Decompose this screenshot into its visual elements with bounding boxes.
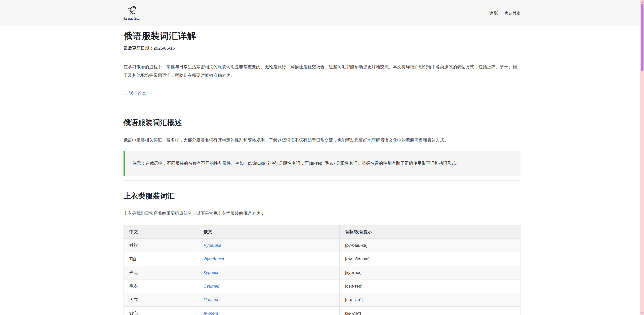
section-heading-tops: 上衣类服装词汇 [124,180,520,201]
cell-pronunciation: [сви́-тер] [339,279,520,293]
scrollbar-up-arrow-icon[interactable] [641,1,643,3]
note-text: 注意：在俄语中，不同服装的名称有不同的性别属性。例如，рубашка (衬衫) … [133,161,460,166]
nav-link-contribute[interactable]: 贡献 [490,10,498,16]
scrollbar-down-arrow-icon[interactable] [641,312,643,314]
russian-word-link[interactable]: Жилет [204,311,218,315]
cell-chinese: 衬衫 [124,239,198,252]
cell-chinese: 夹克 [124,266,198,279]
last-updated-label: 最后更新日期： [124,46,153,51]
note-box: 注意：在俄语中，不同服装的名称有不同的性别属性。例如，рубашка (衬衫) … [124,151,520,176]
cell-pronunciation: [жи-ле́т] [339,307,520,315]
table-row: 背心 Жилет [жи-ле́т] [124,307,520,315]
table-row: T恤 Футболка [фут-бо́л-ка] [124,252,520,266]
cell-pronunciation: [паль-то́] [339,293,520,307]
last-updated-date: 2025/05/16 [153,46,175,51]
column-header-chinese: 中文 [124,225,198,239]
russian-word-link[interactable]: Пальто [204,297,220,302]
cell-chinese: T恤 [124,252,198,266]
russian-word-link[interactable]: Рубашка [204,243,221,248]
header-inner: krgz.top 贡献 更新日志 [124,0,520,26]
russian-word-link[interactable]: Футболка [204,257,224,261]
back-to-home-link[interactable]: ← 返回首页 [124,90,146,97]
site-header: krgz.top 贡献 更新日志 [0,0,644,26]
overview-paragraph: 俄语中服装相关词汇丰富多样，大部分服装名词有其特定的性别和变格规则。了解这些词汇… [124,136,520,145]
butterfly-icon [126,5,137,17]
cell-pronunciation: [ку́рт-ка] [339,266,520,279]
cell-pronunciation: [ру-ба́ш-ка] [339,239,520,252]
top-nav: 贡献 更新日志 [490,10,520,16]
scrollbar-thumb[interactable] [641,4,643,71]
table-row: 夹克 Куртка [ку́рт-ка] [124,266,520,279]
cell-chinese: 大衣 [124,293,198,307]
last-updated: 最后更新日期：2025/05/16 [124,45,520,52]
section-heading-overview: 俄语服装词汇概述 [124,107,520,128]
nav-link-changelog[interactable]: 更新日志 [504,10,520,16]
vocabulary-table: 中文 俄文 音标/发音提示 衬衫 Рубашка [ру-ба́ш-ка] T恤… [124,225,520,315]
column-header-russian: 俄文 [198,225,339,239]
main-content: 俄语服装词汇详解 最后更新日期：2025/05/16 在学习俄语的过程中，掌握与… [124,26,520,315]
cell-pronunciation: [фут-бо́л-ка] [339,252,520,266]
russian-word-link[interactable]: Куртка [204,270,218,275]
logo-text: krgz.top [124,16,139,20]
table-row: 大衣 Пальто [паль-то́] [124,293,520,307]
table-row: 衬衫 Рубашка [ру-ба́ш-ка] [124,239,520,252]
cell-chinese: 背心 [124,307,198,315]
table-header-row: 中文 俄文 音标/发音提示 [124,225,520,239]
site-logo[interactable]: krgz.top [124,5,139,20]
russian-word-link[interactable]: Свитер [204,284,220,289]
table-row: 毛衣 Свитер [сви́-тер] [124,279,520,293]
tops-paragraph: 上衣是我们日常穿着的重要组成部分，以下是常见上衣类服装的俄语表达： [124,209,520,218]
column-header-pronunciation: 音标/发音提示 [339,225,520,239]
page-title: 俄语服装词汇详解 [124,30,520,42]
intro-paragraph: 在学习俄语的过程中，掌握与日常生活紧密相关的服装词汇是非常重要的。无论是旅行、购… [124,63,520,80]
cell-chinese: 毛衣 [124,279,198,293]
scrollbar-track[interactable] [640,0,644,315]
